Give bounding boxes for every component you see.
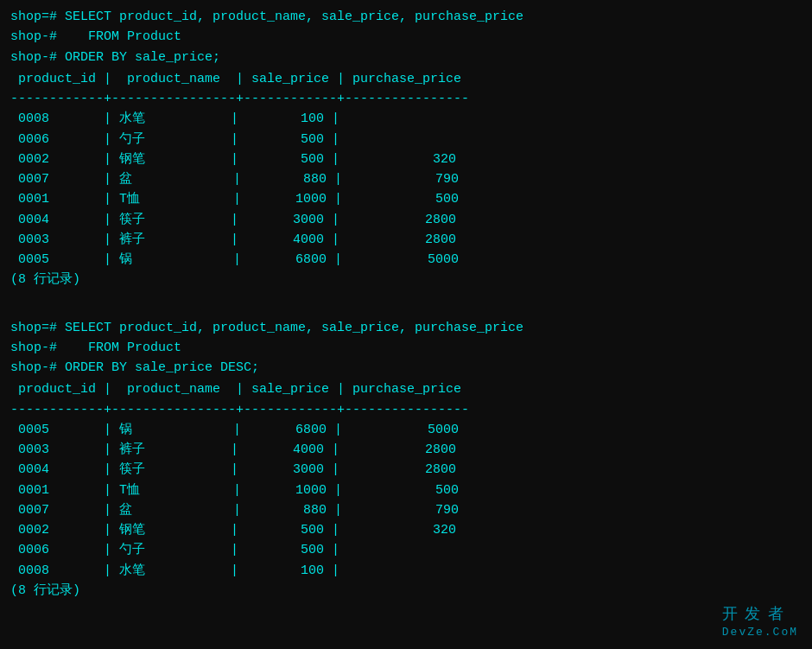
table-row: 0002 | 钢笔 | 500 | 320: [10, 150, 802, 169]
query1-table-separator: ------------+----------------+----------…: [10, 89, 802, 109]
table-row: 0001 | T恤 | 1000 | 500: [10, 480, 802, 500]
table-row: 0005 | 锅 | 6800 | 5000: [10, 250, 802, 270]
watermark-chinese: 开 发 者: [722, 603, 798, 624]
table-row: 0003 | 裤子 | 4000 | 2800: [10, 440, 802, 460]
table-row: 0003 | 裤子 | 4000 | 2800: [10, 230, 802, 250]
terminal: shop=# SELECT product_id, product_name, …: [0, 0, 812, 649]
table-row: 0004 | 筷子 | 3000 | 2800: [10, 460, 802, 480]
table-row: 0006 | 勺子 | 500 |: [10, 130, 802, 150]
query1-table-header: product_id | product_name | sale_price |…: [10, 69, 802, 89]
watermark-english: DevZe.CoM: [722, 626, 798, 639]
table-row: 0007 | 盆 | 880 | 790: [10, 169, 802, 189]
table-row: 0008 | 水笔 | 100 |: [10, 109, 802, 129]
query1-cmd-2: shop-# FROM Product: [10, 27, 802, 47]
table-row: 0002 | 钢笔 | 500 | 320: [10, 520, 802, 540]
query2-table: product_id | product_name | sale_price |…: [10, 379, 802, 581]
table-row: 0004 | 筷子 | 3000 | 2800: [10, 210, 802, 230]
query1-table: product_id | product_name | sale_price |…: [10, 69, 802, 270]
table-row: 0006 | 勺子 | 500 |: [10, 540, 802, 560]
query2-cmd-1: shop=# SELECT product_id, product_name, …: [10, 318, 802, 338]
query2-row-count: (8 行记录): [10, 581, 802, 601]
query2-cmd-2: shop-# FROM Product: [10, 338, 802, 358]
table-row: 0005 | 锅 | 6800 | 5000: [10, 420, 802, 440]
watermark: 开 发 者 DevZe.CoM: [722, 603, 798, 639]
table-row: 0007 | 盆 | 880 | 790: [10, 500, 802, 520]
query2-table-header: product_id | product_name | sale_price |…: [10, 379, 802, 399]
query1-cmd-1: shop=# SELECT product_id, product_name, …: [10, 7, 802, 27]
query2-table-separator: ------------+----------------+----------…: [10, 400, 802, 420]
query1-row-count: (8 行记录): [10, 270, 802, 290]
query1-cmd-3: shop-# ORDER BY sale_price;: [10, 48, 802, 67]
table-row: 0008 | 水笔 | 100 |: [10, 561, 802, 581]
query2-cmd-3: shop-# ORDER BY sale_price DESC;: [10, 358, 802, 378]
table-row: 0001 | T恤 | 1000 | 500: [10, 189, 802, 209]
